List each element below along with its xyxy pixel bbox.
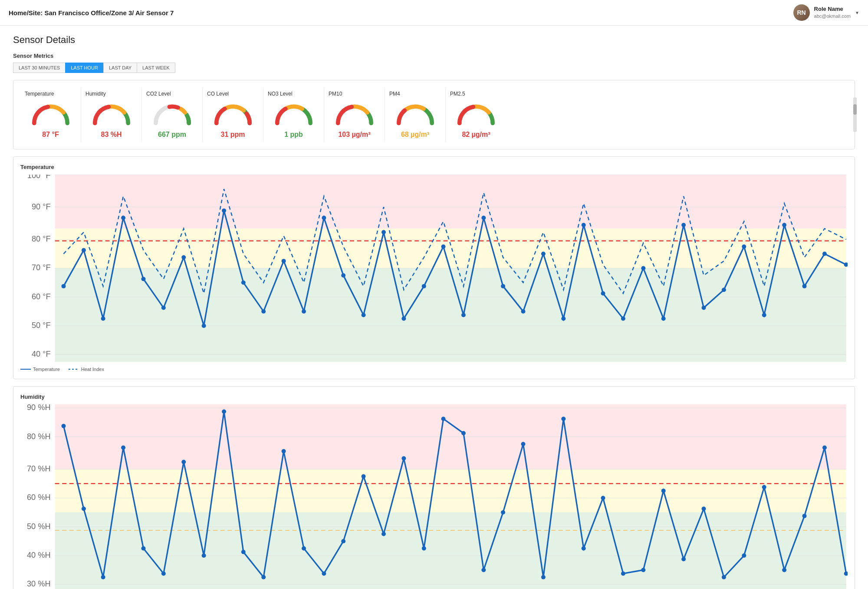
svg-point-116	[362, 474, 366, 479]
gauge-svg	[391, 100, 439, 129]
svg-point-121	[461, 431, 466, 435]
time-tab-lastweek[interactable]: LAST WEEK	[137, 63, 175, 73]
avatar: RN	[793, 4, 810, 21]
main-content: Sensor Details Sensor Metrics LAST 30 MI…	[0, 26, 868, 589]
svg-point-55	[561, 316, 566, 321]
svg-text:60 °F: 60 °F	[32, 292, 51, 301]
svg-point-46	[381, 230, 386, 235]
legend-temperature-label: Temperature	[33, 367, 60, 372]
svg-point-133	[702, 506, 706, 511]
svg-point-36	[181, 255, 186, 260]
svg-point-60	[661, 316, 666, 321]
svg-point-108	[202, 553, 206, 558]
svg-point-45	[362, 313, 366, 317]
metric-card-temperature: Temperature 87 °F	[20, 87, 81, 142]
svg-point-110	[241, 550, 246, 554]
time-tab-last30[interactable]: LAST 30 MINUTES	[13, 63, 65, 73]
svg-point-48	[422, 284, 426, 288]
svg-rect-71	[55, 469, 846, 512]
time-tab-lastday[interactable]: LAST DAY	[103, 63, 137, 73]
gauge-svg	[209, 100, 257, 129]
svg-text:80 °F: 80 °F	[32, 234, 51, 243]
svg-point-131	[661, 489, 666, 493]
temperature-chart-legend: Temperature Heat Index	[20, 367, 848, 372]
gauge-svg	[27, 100, 75, 129]
section-label: Sensor Metrics	[13, 53, 855, 59]
svg-point-137	[782, 568, 786, 572]
gauge-svg	[270, 100, 318, 129]
svg-point-44	[341, 273, 345, 278]
svg-point-30	[62, 284, 66, 288]
svg-point-63	[722, 288, 726, 292]
svg-point-67	[802, 284, 807, 288]
svg-point-41	[282, 259, 286, 263]
metric-card-co: CO Level 31 ppm	[203, 87, 263, 142]
svg-point-38	[222, 208, 226, 213]
svg-rect-0	[55, 175, 846, 228]
svg-point-39	[241, 281, 246, 285]
gauge-svg	[452, 100, 500, 129]
temperature-chart-title: Temperature	[20, 164, 848, 170]
humidity-chart-area: 90 %H 80 %H 70 %H 60 %H 50 %H 40 %H 30 %…	[20, 404, 848, 589]
svg-point-58	[621, 316, 625, 321]
user-dropdown-arrow[interactable]: ▼	[855, 10, 859, 15]
svg-point-52	[501, 284, 505, 288]
temperature-chart-panel: Temperature 100 °F 90 °F 80 °F 70 °F 60 …	[13, 156, 855, 379]
svg-point-65	[762, 313, 766, 317]
svg-point-37	[202, 324, 206, 328]
user-role: Role Name	[814, 6, 851, 13]
svg-text:90 °F: 90 °F	[32, 202, 51, 211]
svg-text:30 %H: 30 %H	[27, 579, 51, 588]
svg-point-103	[101, 575, 105, 579]
svg-point-40	[261, 309, 266, 314]
metric-title-co: CO Level	[207, 91, 259, 97]
metric-title-pm4: PM4	[389, 91, 441, 97]
user-info: RN Role Name abc@okmail.com ▼	[793, 4, 859, 21]
metric-value-co: 31 ppm	[207, 131, 259, 139]
svg-point-102	[82, 506, 86, 511]
metric-value-humidity: 83 %H	[85, 131, 137, 139]
svg-rect-1	[55, 228, 846, 268]
metric-card-humidity: Humidity 83 %H	[81, 87, 142, 142]
breadcrumb: Home/Site: San Francisco Office/Zone 3/ …	[9, 9, 174, 17]
user-text: Role Name abc@okmail.com	[814, 6, 851, 19]
humidity-chart-title: Humidity	[20, 394, 848, 400]
svg-point-123	[501, 510, 505, 515]
svg-point-104	[121, 445, 125, 450]
metric-title-no3: NO3 Level	[268, 91, 319, 97]
svg-point-132	[681, 557, 686, 561]
metric-value-pm4: 68 µg/m³	[389, 131, 441, 139]
svg-point-109	[222, 410, 226, 414]
svg-point-115	[341, 539, 345, 543]
gauge-svg	[88, 100, 135, 129]
svg-point-105	[141, 546, 145, 550]
svg-point-113	[302, 546, 306, 550]
metric-value-pm25: 82 µg/m³	[450, 131, 502, 139]
svg-point-134	[722, 575, 726, 579]
legend-heat-index: Heat Index	[69, 367, 104, 372]
svg-point-129	[621, 571, 625, 576]
svg-point-62	[702, 306, 706, 310]
svg-point-64	[742, 245, 746, 249]
svg-point-59	[641, 266, 645, 270]
svg-rect-72	[55, 513, 846, 589]
svg-point-47	[401, 316, 406, 321]
time-tab-lasthour[interactable]: LAST HOUR	[65, 63, 103, 73]
metric-value-co2: 667 ppm	[146, 131, 198, 139]
svg-point-117	[381, 532, 386, 536]
svg-point-32	[101, 316, 105, 321]
svg-point-68	[822, 251, 827, 256]
gauge-svg	[148, 100, 196, 129]
svg-point-139	[822, 445, 827, 450]
svg-point-130	[641, 568, 645, 572]
svg-point-49	[441, 245, 446, 249]
metric-value-pm10: 103 µg/m³	[329, 131, 380, 139]
metric-value-temperature: 87 °F	[25, 131, 76, 139]
svg-point-114	[322, 571, 326, 576]
metric-title-humidity: Humidity	[85, 91, 137, 97]
svg-point-66	[782, 223, 786, 227]
svg-point-126	[561, 417, 566, 421]
svg-text:100 °F: 100 °F	[27, 175, 51, 180]
svg-text:40 °F: 40 °F	[32, 349, 51, 358]
metric-title-co2: CO2 Level	[146, 91, 198, 97]
